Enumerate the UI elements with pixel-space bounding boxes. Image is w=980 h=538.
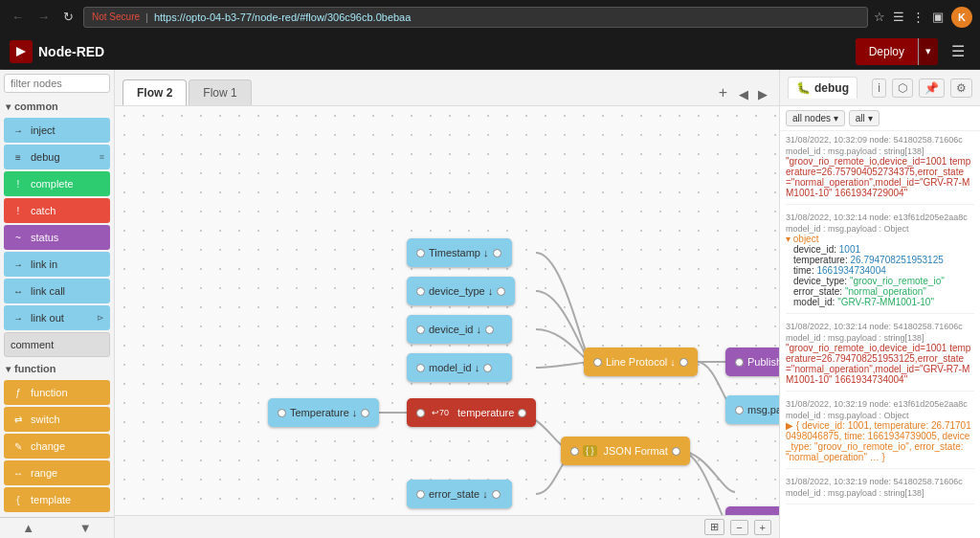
deviceid-label: device_id ↓ bbox=[429, 324, 481, 335]
sidebar-node-status[interactable]: ~ status bbox=[4, 225, 110, 250]
browser-icons: ☆ ☰ ⋮ ▣ K bbox=[874, 7, 972, 28]
tab-scroll-right-button[interactable]: ▶ bbox=[754, 83, 771, 105]
hamburger-menu-button[interactable]: ☰ bbox=[946, 38, 970, 64]
debug-pin-button[interactable]: 📌 bbox=[919, 78, 945, 98]
sidebar-node-range[interactable]: ↔ range bbox=[4, 460, 110, 485]
obj-toggle-2[interactable]: ▾ object bbox=[786, 234, 818, 244]
debug-export-button[interactable]: ⬡ bbox=[892, 78, 913, 98]
obj-errorstate: error_state: "normal_operation" bbox=[793, 286, 926, 297]
window-icon[interactable]: ▣ bbox=[932, 10, 944, 24]
tab-flow1[interactable]: Flow 1 bbox=[189, 79, 251, 105]
debug-submeta-2: model_id : msg.payload : Object bbox=[786, 224, 974, 234]
debug-timestamp-4: 31/08/2022, 10:32:19 bbox=[786, 399, 867, 409]
modelid-label: model_id ↓ bbox=[429, 362, 479, 373]
canvas-node-lineprotocol[interactable]: Line Protocol ↓ bbox=[584, 347, 698, 376]
debug-entry-5: 31/08/2022, 10:32:19 node: 54180258.7160… bbox=[786, 477, 974, 504]
section-function-label: function bbox=[14, 363, 56, 374]
canvas-node-errorstate[interactable]: error_state ↓ bbox=[407, 480, 512, 508]
msgpayload1-label: msg.payload bbox=[747, 404, 779, 415]
canvas-node-jsonformat[interactable]: { } JSON Format bbox=[561, 437, 690, 465]
sidebar-node-switch[interactable]: ⇄ switch bbox=[4, 407, 110, 432]
canvas-node-modelid[interactable]: model_id ↓ bbox=[407, 353, 512, 382]
canvas-zoom-in-button[interactable]: + bbox=[754, 520, 771, 535]
tab-flow2[interactable]: Flow 2 bbox=[122, 79, 187, 105]
sidebar-section-common[interactable]: ▾ common bbox=[0, 97, 114, 116]
sidebar-node-function[interactable]: ƒ function bbox=[4, 380, 110, 405]
section-common-label: common bbox=[14, 101, 58, 112]
sidebar-node-catch[interactable]: ! catch bbox=[4, 198, 110, 223]
deploy-button[interactable]: Deploy bbox=[856, 38, 918, 65]
port-left bbox=[593, 358, 602, 367]
bookmark-star-icon[interactable]: ☆ bbox=[874, 10, 885, 24]
browser-menu-icon[interactable]: ⋮ bbox=[912, 10, 924, 24]
not-secure-indicator: Not Secure bbox=[92, 11, 140, 22]
change-label: change bbox=[31, 440, 104, 452]
catch-label: catch bbox=[31, 205, 104, 216]
sidebar-node-change[interactable]: ✎ change bbox=[4, 434, 110, 459]
timestamp-label: Timestamp ↓ bbox=[429, 247, 489, 258]
sidebar-node-debug[interactable]: ≡ debug ≡ bbox=[4, 145, 110, 169]
sidebar-node-linkcall[interactable]: ↔ link call bbox=[4, 279, 110, 303]
canvas-zoom-out-button[interactable]: − bbox=[730, 520, 747, 535]
canvas-node-temperature-inject[interactable]: Temperature ↓ bbox=[268, 398, 379, 427]
back-button[interactable]: ← bbox=[8, 8, 28, 26]
obj-devicetype: device_type: "groov_rio_remote_io" bbox=[793, 276, 945, 286]
temp-badge: ↩70 bbox=[429, 407, 452, 418]
nodered-toolbar: Node-RED Deploy ▾ ☰ bbox=[0, 34, 980, 70]
tab-scroll-left-button[interactable]: ◀ bbox=[735, 83, 752, 105]
canvas-node-publishmqtt2[interactable]: Publish MQTT )))) ● connected bbox=[725, 506, 779, 515]
debug-timestamp-1: 31/08/2022, 10:32:09 bbox=[786, 135, 867, 145]
port-left bbox=[416, 409, 425, 417]
browser-topbar: ← → ↻ Not Secure | https://opto-04-b3-77… bbox=[0, 0, 980, 34]
sidebar-node-linkin[interactable]: → link in bbox=[4, 252, 110, 277]
canvas-node-temperature-fn[interactable]: ↩70 temperature bbox=[407, 398, 536, 427]
deploy-arrow-button[interactable]: ▾ bbox=[918, 38, 938, 65]
debug-filter-all-button[interactable]: all ▾ bbox=[849, 110, 880, 126]
linkcall-label: link call bbox=[31, 285, 104, 297]
debug-timestamp-2: 31/08/2022, 10:32:14 bbox=[786, 213, 867, 222]
sidebar-node-template[interactable]: { template bbox=[4, 487, 110, 512]
canvas-grid-button[interactable]: ⊞ bbox=[704, 519, 724, 535]
sidebar-section-function[interactable]: ▾ function bbox=[0, 359, 114, 378]
address-bar[interactable]: Not Secure | https://opto-04-b3-77/node-… bbox=[83, 7, 868, 28]
reading-list-icon[interactable]: ☰ bbox=[893, 10, 904, 24]
change-icon: ✎ bbox=[10, 437, 27, 455]
avatar[interactable]: K bbox=[951, 7, 972, 28]
sidebar-node-comment[interactable]: comment bbox=[4, 332, 110, 357]
debug-tab-button[interactable]: 🐛 debug bbox=[788, 77, 858, 99]
flow-canvas[interactable]: Timestamp ↓ device_type ↓ device_id ↓ mo… bbox=[115, 106, 779, 515]
refresh-button[interactable]: ↻ bbox=[59, 8, 78, 26]
port-right bbox=[518, 409, 526, 417]
canvas-node-deviceid[interactable]: device_id ↓ bbox=[407, 315, 512, 344]
sidebar-node-inject[interactable]: → inject bbox=[4, 118, 110, 143]
debug-submeta-5: model_id : msg.payload : string[138] bbox=[786, 488, 974, 498]
sidebar-scroll-down-button[interactable]: ▼ bbox=[79, 521, 92, 535]
debug-meta-3: 31/08/2022, 10:32:14 node: 54180258.7160… bbox=[786, 322, 974, 331]
nodered-logo: Node-RED bbox=[10, 40, 104, 63]
json-badge: { } bbox=[583, 445, 597, 457]
filter-nodes-input[interactable] bbox=[4, 74, 110, 93]
inject-icon: → bbox=[10, 122, 27, 139]
canvas-node-devicetype[interactable]: device_type ↓ bbox=[407, 277, 515, 305]
debug-info-button[interactable]: i bbox=[872, 78, 886, 98]
debug-label: debug bbox=[31, 151, 100, 163]
jsonformat-label: JSON Format bbox=[604, 445, 668, 457]
debug-filter-nodes-button[interactable]: all nodes ▾ bbox=[786, 110, 845, 126]
linkin-label: link in bbox=[31, 258, 104, 270]
canvas-node-publishmqtt1[interactable]: Publish MQTT )))) ● connected bbox=[725, 347, 779, 376]
add-tab-button[interactable]: + bbox=[713, 80, 733, 105]
status-icon: ~ bbox=[10, 229, 27, 246]
sidebar-node-complete[interactable]: ! complete bbox=[4, 171, 110, 196]
canvas-node-msgpayload1[interactable]: msg.payload ≡ bbox=[725, 395, 779, 424]
lineprotocol-label: Line Protocol ↓ bbox=[606, 356, 676, 368]
forward-button[interactable]: → bbox=[33, 8, 54, 26]
debug-settings-button[interactable]: ⚙ bbox=[950, 78, 972, 98]
port-right bbox=[679, 358, 688, 367]
canvas-node-timestamp[interactable]: Timestamp ↓ bbox=[407, 238, 512, 267]
function-label: function bbox=[31, 387, 104, 398]
canvas-area: Flow 2 Flow 1 + ◀ ▶ bbox=[115, 70, 779, 538]
debug-icon: ≡ bbox=[10, 148, 27, 166]
sidebar-scroll-up-button[interactable]: ▲ bbox=[22, 521, 34, 535]
obj-toggle-4[interactable]: ▶ { device_id: 1001, temperature: 26.717… bbox=[786, 420, 971, 462]
sidebar-node-linkout[interactable]: → link out ⊳ bbox=[4, 305, 110, 330]
